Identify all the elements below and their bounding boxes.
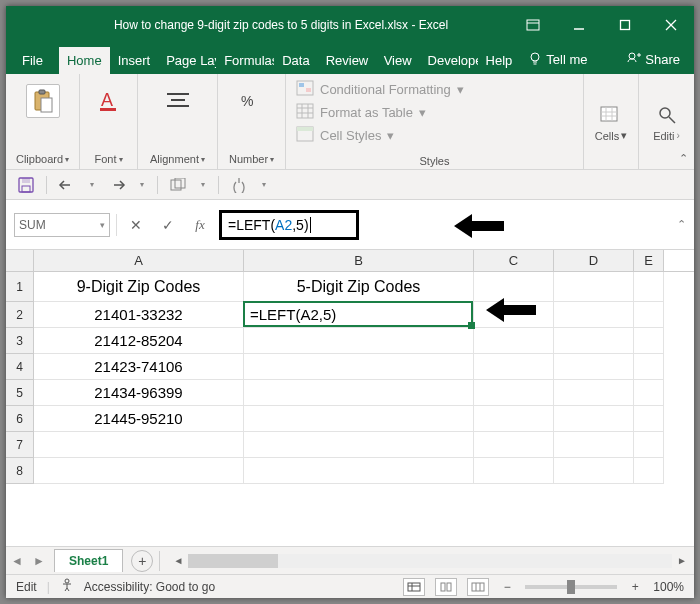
cell[interactable] bbox=[634, 328, 664, 354]
expand-formula-bar-button[interactable]: ⌃ bbox=[677, 218, 686, 231]
cell[interactable] bbox=[474, 380, 554, 406]
row-header[interactable]: 5 bbox=[6, 380, 34, 406]
undo-dropdown[interactable]: ▾ bbox=[87, 175, 97, 195]
save-button[interactable] bbox=[16, 175, 36, 195]
conditional-formatting-button[interactable]: Conditional Formatting ▾ bbox=[296, 80, 573, 99]
chevron-down-icon[interactable]: ▾ bbox=[119, 155, 123, 164]
alignment-icon[interactable] bbox=[161, 84, 195, 118]
cell[interactable]: 21445-95210 bbox=[34, 406, 244, 432]
column-header-e[interactable]: E bbox=[634, 250, 664, 271]
zoom-level[interactable]: 100% bbox=[653, 580, 684, 594]
tab-file[interactable]: File bbox=[6, 47, 59, 74]
close-button[interactable] bbox=[648, 6, 694, 44]
tab-review[interactable]: Review bbox=[318, 47, 376, 74]
cell[interactable] bbox=[554, 354, 634, 380]
cells-icon[interactable] bbox=[599, 101, 623, 125]
cell[interactable] bbox=[244, 458, 474, 484]
tab-developer[interactable]: Developer bbox=[420, 47, 478, 74]
cell[interactable] bbox=[554, 406, 634, 432]
undo-button[interactable] bbox=[57, 175, 77, 195]
paste-icon[interactable] bbox=[26, 84, 60, 118]
chevron-down-icon[interactable]: ▾ bbox=[65, 155, 69, 164]
row-header[interactable]: 7 bbox=[6, 432, 34, 458]
row-header[interactable]: 3 bbox=[6, 328, 34, 354]
font-icon[interactable]: A bbox=[92, 84, 126, 118]
select-all-corner[interactable] bbox=[6, 250, 34, 271]
zoom-slider[interactable] bbox=[525, 585, 617, 589]
new-sheet-button[interactable]: + bbox=[131, 550, 153, 572]
cell[interactable] bbox=[554, 302, 634, 328]
chevron-down-icon[interactable]: ▾ bbox=[270, 155, 274, 164]
cell[interactable]: 9-Digit Zip Codes bbox=[34, 272, 244, 302]
touch-mouse-button[interactable] bbox=[229, 175, 249, 195]
tell-me[interactable]: Tell me bbox=[520, 45, 595, 74]
cancel-formula-button[interactable]: ✕ bbox=[123, 213, 149, 237]
insert-function-button[interactable]: fx bbox=[187, 213, 213, 237]
cell[interactable]: 21401-33232 bbox=[34, 302, 244, 328]
row-header[interactable]: 4 bbox=[6, 354, 34, 380]
cell[interactable] bbox=[244, 380, 474, 406]
minimize-button[interactable] bbox=[556, 6, 602, 44]
cell[interactable] bbox=[634, 272, 664, 302]
cell[interactable] bbox=[474, 354, 554, 380]
column-header-c[interactable]: C bbox=[474, 250, 554, 271]
tab-insert[interactable]: Insert bbox=[110, 47, 159, 74]
qat-button-1[interactable] bbox=[168, 175, 188, 195]
scroll-right-button[interactable]: ► bbox=[674, 553, 690, 569]
cell[interactable] bbox=[244, 354, 474, 380]
view-page-layout-button[interactable] bbox=[435, 578, 457, 596]
row-header[interactable]: 6 bbox=[6, 406, 34, 432]
cell[interactable] bbox=[474, 458, 554, 484]
cell[interactable] bbox=[634, 458, 664, 484]
cell[interactable] bbox=[474, 406, 554, 432]
cell[interactable] bbox=[634, 354, 664, 380]
share-button[interactable]: Share bbox=[619, 45, 694, 74]
tab-help[interactable]: Help bbox=[478, 47, 521, 74]
enter-formula-button[interactable]: ✓ bbox=[155, 213, 181, 237]
row-header[interactable]: 8 bbox=[6, 458, 34, 484]
column-header-b[interactable]: B bbox=[244, 250, 474, 271]
ribbon-display-button[interactable] bbox=[510, 6, 556, 44]
cell[interactable] bbox=[554, 458, 634, 484]
sheet-nav-prev[interactable]: ◄ bbox=[6, 554, 28, 568]
row-header[interactable]: 2 bbox=[6, 302, 34, 328]
formula-bar[interactable]: =LEFT(A2,5) bbox=[219, 210, 359, 240]
tab-data[interactable]: Data bbox=[274, 47, 317, 74]
format-as-table-button[interactable]: Format as Table ▾ bbox=[296, 103, 573, 122]
number-icon[interactable]: % bbox=[235, 84, 269, 118]
qat-customize-dropdown[interactable]: ▾ bbox=[259, 175, 269, 195]
tab-page-layout[interactable]: Page Layout bbox=[158, 47, 216, 74]
spreadsheet-grid[interactable]: A B C D E 19-Digit Zip Codes5-Digit Zip … bbox=[6, 250, 694, 546]
zoom-slider-thumb[interactable] bbox=[567, 580, 575, 594]
cell[interactable] bbox=[634, 406, 664, 432]
maximize-button[interactable] bbox=[602, 6, 648, 44]
collapse-ribbon-button[interactable]: ⌃ bbox=[679, 152, 688, 165]
column-header-a[interactable]: A bbox=[34, 250, 244, 271]
cell[interactable] bbox=[634, 302, 664, 328]
cell[interactable] bbox=[554, 432, 634, 458]
zoom-in-button[interactable]: + bbox=[627, 580, 643, 594]
cell[interactable] bbox=[554, 328, 634, 354]
row-header[interactable]: 1 bbox=[6, 272, 34, 302]
tab-home[interactable]: Home bbox=[59, 47, 110, 74]
column-header-d[interactable]: D bbox=[554, 250, 634, 271]
scroll-left-button[interactable]: ◄ bbox=[170, 553, 186, 569]
tab-formulas[interactable]: Formulas bbox=[216, 47, 274, 74]
sheet-nav-next[interactable]: ► bbox=[28, 554, 50, 568]
cell[interactable] bbox=[634, 432, 664, 458]
cell[interactable]: =LEFT(A2,5) bbox=[244, 302, 474, 328]
cell[interactable]: 21423-74106 bbox=[34, 354, 244, 380]
cell[interactable] bbox=[474, 432, 554, 458]
scroll-thumb[interactable] bbox=[188, 554, 278, 568]
tab-view[interactable]: View bbox=[376, 47, 420, 74]
view-normal-button[interactable] bbox=[403, 578, 425, 596]
cell[interactable]: 21434-96399 bbox=[34, 380, 244, 406]
chevron-down-icon[interactable]: ▾ bbox=[201, 155, 205, 164]
cell[interactable] bbox=[34, 458, 244, 484]
cell[interactable]: 21412-85204 bbox=[34, 328, 244, 354]
sheet-tab-active[interactable]: Sheet1 bbox=[54, 549, 123, 572]
redo-button[interactable] bbox=[107, 175, 127, 195]
cell[interactable] bbox=[474, 328, 554, 354]
qat-1-dropdown[interactable]: ▾ bbox=[198, 175, 208, 195]
name-box[interactable]: SUM ▾ bbox=[14, 213, 110, 237]
